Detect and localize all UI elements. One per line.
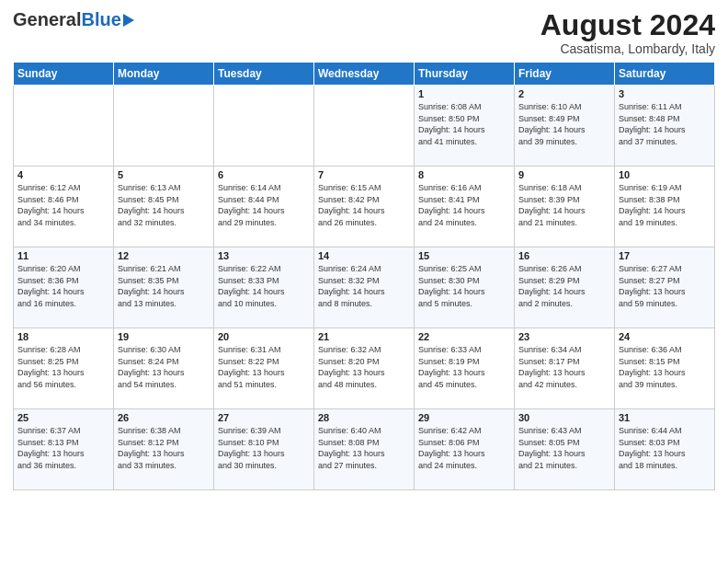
table-row: 11Sunrise: 6:20 AM Sunset: 8:36 PM Dayli… [14, 247, 114, 328]
day-info: Sunrise: 6:33 AM Sunset: 8:19 PM Dayligh… [418, 344, 510, 390]
calendar-week-row: 1Sunrise: 6:08 AM Sunset: 8:50 PM Daylig… [14, 86, 715, 167]
day-number: 5 [118, 169, 210, 180]
table-row: 22Sunrise: 6:33 AM Sunset: 8:19 PM Dayli… [415, 328, 515, 409]
day-info: Sunrise: 6:22 AM Sunset: 8:33 PM Dayligh… [218, 263, 310, 309]
table-row: 24Sunrise: 6:36 AM Sunset: 8:15 PM Dayli… [615, 328, 715, 409]
location: Casatisma, Lombardy, Italy [540, 41, 715, 56]
day-info: Sunrise: 6:26 AM Sunset: 8:29 PM Dayligh… [518, 263, 610, 309]
col-friday: Friday [515, 63, 615, 86]
calendar-table: Sunday Monday Tuesday Wednesday Thursday… [13, 62, 715, 490]
day-number: 29 [418, 412, 510, 423]
table-row: 1Sunrise: 6:08 AM Sunset: 8:50 PM Daylig… [415, 86, 515, 167]
table-row: 16Sunrise: 6:26 AM Sunset: 8:29 PM Dayli… [515, 247, 615, 328]
logo-arrow-icon [123, 14, 134, 27]
table-row: 20Sunrise: 6:31 AM Sunset: 8:22 PM Dayli… [214, 328, 314, 409]
title-block: August 2024 Casatisma, Lombardy, Italy [540, 9, 715, 56]
calendar-week-row: 25Sunrise: 6:37 AM Sunset: 8:13 PM Dayli… [14, 409, 715, 490]
day-number: 9 [518, 169, 610, 180]
table-row [114, 86, 214, 167]
day-number: 14 [318, 250, 410, 261]
day-info: Sunrise: 6:15 AM Sunset: 8:42 PM Dayligh… [318, 182, 410, 228]
day-info: Sunrise: 6:19 AM Sunset: 8:38 PM Dayligh… [619, 182, 711, 228]
day-number: 12 [118, 250, 210, 261]
table-row: 13Sunrise: 6:22 AM Sunset: 8:33 PM Dayli… [214, 247, 314, 328]
weekday-header-row: Sunday Monday Tuesday Wednesday Thursday… [14, 63, 715, 86]
header: GeneralBlue August 2024 Casatisma, Lomba… [13, 9, 715, 56]
table-row: 4Sunrise: 6:12 AM Sunset: 8:46 PM Daylig… [14, 167, 114, 247]
day-number: 18 [17, 331, 109, 342]
calendar-week-row: 4Sunrise: 6:12 AM Sunset: 8:46 PM Daylig… [14, 167, 715, 247]
day-number: 23 [518, 331, 610, 342]
table-row [14, 86, 114, 167]
day-number: 25 [17, 412, 109, 423]
logo-blue: Blue [81, 9, 120, 29]
day-number: 15 [418, 250, 510, 261]
table-row: 31Sunrise: 6:44 AM Sunset: 8:03 PM Dayli… [615, 409, 715, 490]
day-info: Sunrise: 6:28 AM Sunset: 8:25 PM Dayligh… [17, 344, 109, 390]
day-info: Sunrise: 6:11 AM Sunset: 8:48 PM Dayligh… [619, 101, 711, 147]
table-row: 5Sunrise: 6:13 AM Sunset: 8:45 PM Daylig… [114, 167, 214, 247]
day-info: Sunrise: 6:37 AM Sunset: 8:13 PM Dayligh… [17, 425, 109, 471]
day-info: Sunrise: 6:24 AM Sunset: 8:32 PM Dayligh… [318, 263, 410, 309]
table-row: 19Sunrise: 6:30 AM Sunset: 8:24 PM Dayli… [114, 328, 214, 409]
day-number: 27 [218, 412, 310, 423]
day-info: Sunrise: 6:21 AM Sunset: 8:35 PM Dayligh… [118, 263, 210, 309]
day-number: 7 [318, 169, 410, 180]
logo-general: General [13, 9, 81, 29]
day-info: Sunrise: 6:43 AM Sunset: 8:05 PM Dayligh… [518, 425, 610, 471]
table-row: 30Sunrise: 6:43 AM Sunset: 8:05 PM Dayli… [515, 409, 615, 490]
day-number: 11 [17, 250, 109, 261]
day-number: 24 [619, 331, 711, 342]
table-row: 28Sunrise: 6:40 AM Sunset: 8:08 PM Dayli… [314, 409, 415, 490]
col-sunday: Sunday [14, 63, 114, 86]
day-info: Sunrise: 6:25 AM Sunset: 8:30 PM Dayligh… [418, 263, 510, 309]
table-row: 15Sunrise: 6:25 AM Sunset: 8:30 PM Dayli… [415, 247, 515, 328]
day-number: 30 [518, 412, 610, 423]
day-number: 17 [619, 250, 711, 261]
day-number: 1 [418, 88, 510, 99]
day-number: 16 [518, 250, 610, 261]
day-number: 26 [118, 412, 210, 423]
day-number: 8 [418, 169, 510, 180]
month-title: August 2024 [540, 9, 715, 41]
day-info: Sunrise: 6:38 AM Sunset: 8:12 PM Dayligh… [118, 425, 210, 471]
table-row: 23Sunrise: 6:34 AM Sunset: 8:17 PM Dayli… [515, 328, 615, 409]
table-row: 12Sunrise: 6:21 AM Sunset: 8:35 PM Dayli… [114, 247, 214, 328]
day-info: Sunrise: 6:42 AM Sunset: 8:06 PM Dayligh… [418, 425, 510, 471]
table-row: 27Sunrise: 6:39 AM Sunset: 8:10 PM Dayli… [214, 409, 314, 490]
day-info: Sunrise: 6:08 AM Sunset: 8:50 PM Dayligh… [418, 101, 510, 147]
day-info: Sunrise: 6:20 AM Sunset: 8:36 PM Dayligh… [17, 263, 109, 309]
day-info: Sunrise: 6:40 AM Sunset: 8:08 PM Dayligh… [318, 425, 410, 471]
day-info: Sunrise: 6:30 AM Sunset: 8:24 PM Dayligh… [118, 344, 210, 390]
day-number: 22 [418, 331, 510, 342]
day-number: 6 [218, 169, 310, 180]
day-number: 20 [218, 331, 310, 342]
table-row [214, 86, 314, 167]
table-row: 6Sunrise: 6:14 AM Sunset: 8:44 PM Daylig… [214, 167, 314, 247]
day-info: Sunrise: 6:31 AM Sunset: 8:22 PM Dayligh… [218, 344, 310, 390]
day-info: Sunrise: 6:44 AM Sunset: 8:03 PM Dayligh… [619, 425, 711, 471]
day-number: 21 [318, 331, 410, 342]
table-row [314, 86, 415, 167]
day-number: 13 [218, 250, 310, 261]
day-number: 2 [518, 88, 610, 99]
table-row: 18Sunrise: 6:28 AM Sunset: 8:25 PM Dayli… [14, 328, 114, 409]
day-info: Sunrise: 6:27 AM Sunset: 8:27 PM Dayligh… [619, 263, 711, 309]
table-row: 14Sunrise: 6:24 AM Sunset: 8:32 PM Dayli… [314, 247, 415, 328]
col-tuesday: Tuesday [214, 63, 314, 86]
col-saturday: Saturday [615, 63, 715, 86]
table-row: 3Sunrise: 6:11 AM Sunset: 8:48 PM Daylig… [615, 86, 715, 167]
day-number: 10 [619, 169, 711, 180]
page: GeneralBlue August 2024 Casatisma, Lomba… [0, 0, 728, 563]
day-info: Sunrise: 6:36 AM Sunset: 8:15 PM Dayligh… [619, 344, 711, 390]
day-info: Sunrise: 6:10 AM Sunset: 8:49 PM Dayligh… [518, 101, 610, 147]
table-row: 8Sunrise: 6:16 AM Sunset: 8:41 PM Daylig… [415, 167, 515, 247]
col-monday: Monday [114, 63, 214, 86]
day-info: Sunrise: 6:18 AM Sunset: 8:39 PM Dayligh… [518, 182, 610, 228]
day-number: 4 [17, 169, 109, 180]
table-row: 7Sunrise: 6:15 AM Sunset: 8:42 PM Daylig… [314, 167, 415, 247]
table-row: 9Sunrise: 6:18 AM Sunset: 8:39 PM Daylig… [515, 167, 615, 247]
table-row: 10Sunrise: 6:19 AM Sunset: 8:38 PM Dayli… [615, 167, 715, 247]
table-row: 29Sunrise: 6:42 AM Sunset: 8:06 PM Dayli… [415, 409, 515, 490]
day-number: 19 [118, 331, 210, 342]
